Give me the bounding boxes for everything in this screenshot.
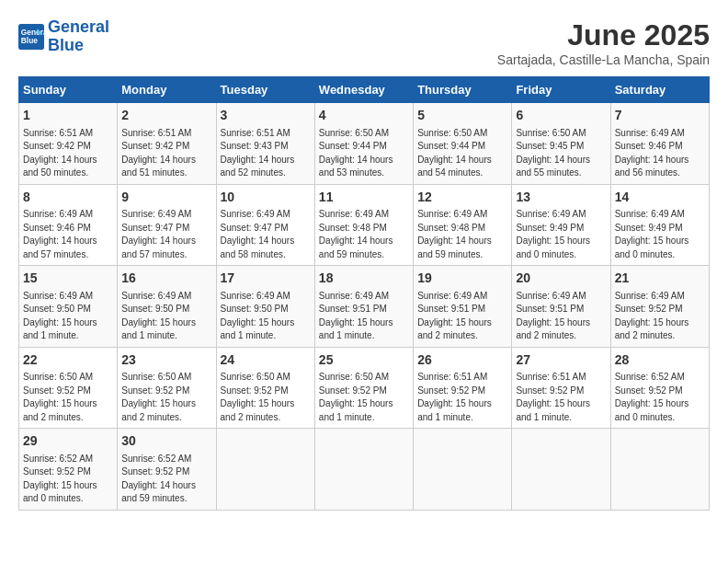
- day-info: Sunrise: 6:51 AM Sunset: 9:52 PM Dayligh…: [417, 371, 507, 424]
- calendar-table: SundayMondayTuesdayWednesdayThursdayFrid…: [18, 76, 710, 511]
- day-info: Sunrise: 6:49 AM Sunset: 9:49 PM Dayligh…: [615, 208, 705, 261]
- col-header-thursday: Thursday: [414, 77, 512, 103]
- header: General Blue General Blue June 2025 Sart…: [18, 18, 710, 67]
- col-header-sunday: Sunday: [19, 77, 118, 103]
- title-area: June 2025 Sartajada, Castille-La Mancha,…: [497, 18, 710, 67]
- day-number: 6: [516, 107, 606, 125]
- day-number: 1: [23, 107, 113, 125]
- logo-line2: Blue: [48, 36, 84, 54]
- day-info: Sunrise: 6:50 AM Sunset: 9:52 PM Dayligh…: [121, 371, 211, 424]
- col-header-wednesday: Wednesday: [314, 77, 413, 103]
- calendar-cell: 19Sunrise: 6:49 AM Sunset: 9:51 PM Dayli…: [414, 266, 512, 348]
- day-info: Sunrise: 6:49 AM Sunset: 9:52 PM Dayligh…: [615, 290, 705, 343]
- calendar-cell: 5Sunrise: 6:50 AM Sunset: 9:44 PM Daylig…: [414, 103, 512, 185]
- week-row-1: 1Sunrise: 6:51 AM Sunset: 9:42 PM Daylig…: [19, 103, 710, 185]
- calendar-cell: 14Sunrise: 6:49 AM Sunset: 9:49 PM Dayli…: [610, 184, 709, 266]
- day-info: Sunrise: 6:49 AM Sunset: 9:51 PM Dayligh…: [319, 290, 409, 343]
- day-number: 4: [319, 107, 409, 125]
- day-number: 11: [319, 189, 409, 207]
- calendar-cell: [512, 429, 610, 511]
- day-info: Sunrise: 6:49 AM Sunset: 9:49 PM Dayligh…: [516, 208, 606, 261]
- calendar-cell: 24Sunrise: 6:50 AM Sunset: 9:52 PM Dayli…: [216, 347, 314, 429]
- day-number: 30: [121, 432, 211, 451]
- day-number: 26: [417, 351, 507, 370]
- day-number: 28: [615, 351, 705, 370]
- calendar-cell: 3Sunrise: 6:51 AM Sunset: 9:43 PM Daylig…: [216, 103, 314, 185]
- day-number: 5: [417, 107, 507, 125]
- day-info: Sunrise: 6:49 AM Sunset: 9:51 PM Dayligh…: [516, 290, 606, 343]
- day-number: 14: [615, 189, 705, 207]
- day-info: Sunrise: 6:51 AM Sunset: 9:43 PM Dayligh…: [221, 127, 311, 180]
- calendar-cell: 29Sunrise: 6:52 AM Sunset: 9:52 PM Dayli…: [19, 429, 118, 511]
- calendar-cell: 9Sunrise: 6:49 AM Sunset: 9:47 PM Daylig…: [118, 184, 216, 266]
- week-row-2: 8Sunrise: 6:49 AM Sunset: 9:46 PM Daylig…: [19, 184, 710, 266]
- day-info: Sunrise: 6:49 AM Sunset: 9:46 PM Dayligh…: [23, 208, 113, 261]
- calendar-cell: 13Sunrise: 6:49 AM Sunset: 9:49 PM Dayli…: [512, 184, 610, 266]
- day-info: Sunrise: 6:49 AM Sunset: 9:47 PM Dayligh…: [221, 208, 311, 261]
- calendar-cell: 21Sunrise: 6:49 AM Sunset: 9:52 PM Dayli…: [610, 266, 709, 348]
- calendar-cell: 16Sunrise: 6:49 AM Sunset: 9:50 PM Dayli…: [118, 266, 216, 348]
- day-number: 29: [23, 432, 113, 451]
- day-number: 17: [221, 270, 311, 288]
- col-header-tuesday: Tuesday: [216, 77, 314, 103]
- calendar-cell: [610, 429, 709, 511]
- day-info: Sunrise: 6:49 AM Sunset: 9:50 PM Dayligh…: [221, 290, 311, 343]
- day-number: 15: [23, 270, 113, 288]
- calendar-cell: 4Sunrise: 6:50 AM Sunset: 9:44 PM Daylig…: [314, 103, 413, 185]
- day-info: Sunrise: 6:50 AM Sunset: 9:52 PM Dayligh…: [23, 371, 113, 424]
- day-info: Sunrise: 6:49 AM Sunset: 9:51 PM Dayligh…: [417, 290, 507, 343]
- day-info: Sunrise: 6:49 AM Sunset: 9:50 PM Dayligh…: [23, 290, 113, 343]
- day-number: 23: [121, 351, 211, 370]
- day-info: Sunrise: 6:49 AM Sunset: 9:48 PM Dayligh…: [319, 208, 409, 261]
- day-info: Sunrise: 6:52 AM Sunset: 9:52 PM Dayligh…: [23, 453, 113, 506]
- month-title: June 2025: [497, 18, 710, 52]
- day-info: Sunrise: 6:50 AM Sunset: 9:44 PM Dayligh…: [417, 127, 507, 180]
- calendar-cell: 25Sunrise: 6:50 AM Sunset: 9:52 PM Dayli…: [314, 347, 413, 429]
- day-number: 22: [23, 351, 113, 370]
- header-row: SundayMondayTuesdayWednesdayThursdayFrid…: [19, 77, 710, 103]
- calendar-cell: 10Sunrise: 6:49 AM Sunset: 9:47 PM Dayli…: [216, 184, 314, 266]
- calendar-cell: [314, 429, 413, 511]
- day-number: 3: [221, 107, 311, 125]
- day-number: 16: [121, 270, 211, 288]
- day-number: 13: [516, 189, 606, 207]
- col-header-saturday: Saturday: [610, 77, 709, 103]
- week-row-3: 15Sunrise: 6:49 AM Sunset: 9:50 PM Dayli…: [19, 266, 710, 348]
- calendar-cell: 8Sunrise: 6:49 AM Sunset: 9:46 PM Daylig…: [19, 184, 118, 266]
- calendar-cell: 20Sunrise: 6:49 AM Sunset: 9:51 PM Dayli…: [512, 266, 610, 348]
- week-row-5: 29Sunrise: 6:52 AM Sunset: 9:52 PM Dayli…: [19, 429, 710, 511]
- day-number: 19: [417, 270, 507, 288]
- calendar-cell: 17Sunrise: 6:49 AM Sunset: 9:50 PM Dayli…: [216, 266, 314, 348]
- logo-icon: General Blue: [18, 24, 44, 50]
- calendar-cell: 18Sunrise: 6:49 AM Sunset: 9:51 PM Dayli…: [314, 266, 413, 348]
- logo-line1: General: [48, 17, 109, 36]
- day-info: Sunrise: 6:49 AM Sunset: 9:47 PM Dayligh…: [121, 208, 211, 261]
- calendar-cell: 2Sunrise: 6:51 AM Sunset: 9:42 PM Daylig…: [118, 103, 216, 185]
- day-number: 7: [615, 107, 705, 125]
- calendar-cell: 27Sunrise: 6:51 AM Sunset: 9:52 PM Dayli…: [512, 347, 610, 429]
- calendar-cell: 7Sunrise: 6:49 AM Sunset: 9:46 PM Daylig…: [610, 103, 709, 185]
- day-info: Sunrise: 6:50 AM Sunset: 9:45 PM Dayligh…: [516, 127, 606, 180]
- calendar-cell: 30Sunrise: 6:52 AM Sunset: 9:52 PM Dayli…: [118, 429, 216, 511]
- calendar-cell: 15Sunrise: 6:49 AM Sunset: 9:50 PM Dayli…: [19, 266, 118, 348]
- week-row-4: 22Sunrise: 6:50 AM Sunset: 9:52 PM Dayli…: [19, 347, 710, 429]
- location-title: Sartajada, Castille-La Mancha, Spain: [497, 52, 710, 67]
- day-number: 20: [516, 270, 606, 288]
- day-info: Sunrise: 6:50 AM Sunset: 9:44 PM Dayligh…: [319, 127, 409, 180]
- day-number: 27: [516, 351, 606, 370]
- day-number: 24: [221, 351, 311, 370]
- day-info: Sunrise: 6:49 AM Sunset: 9:50 PM Dayligh…: [121, 290, 211, 343]
- day-info: Sunrise: 6:50 AM Sunset: 9:52 PM Dayligh…: [319, 371, 409, 424]
- day-number: 12: [417, 189, 507, 207]
- calendar-cell: 6Sunrise: 6:50 AM Sunset: 9:45 PM Daylig…: [512, 103, 610, 185]
- day-info: Sunrise: 6:49 AM Sunset: 9:48 PM Dayligh…: [417, 208, 507, 261]
- col-header-monday: Monday: [118, 77, 216, 103]
- calendar-cell: 28Sunrise: 6:52 AM Sunset: 9:52 PM Dayli…: [610, 347, 709, 429]
- calendar-cell: 11Sunrise: 6:49 AM Sunset: 9:48 PM Dayli…: [314, 184, 413, 266]
- svg-text:Blue: Blue: [21, 36, 38, 45]
- col-header-friday: Friday: [512, 77, 610, 103]
- calendar-cell: 1Sunrise: 6:51 AM Sunset: 9:42 PM Daylig…: [19, 103, 118, 185]
- logo: General Blue General Blue: [18, 18, 109, 55]
- day-info: Sunrise: 6:51 AM Sunset: 9:52 PM Dayligh…: [516, 371, 606, 424]
- day-number: 25: [319, 351, 409, 370]
